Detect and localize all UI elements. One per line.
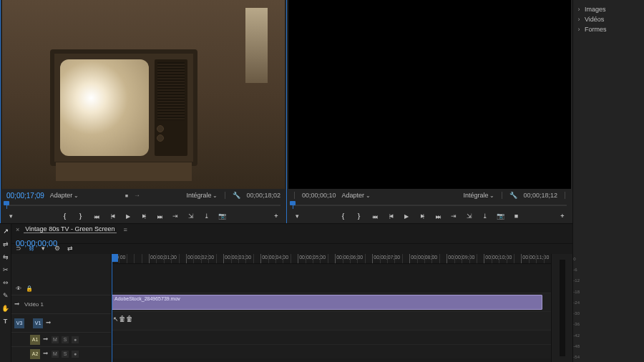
program-fit-dropdown[interactable]: Adapter	[342, 192, 371, 199]
step-fwd-icon[interactable]	[418, 212, 426, 220]
step-fwd-icon[interactable]	[140, 212, 148, 220]
extract-icon[interactable]	[465, 212, 474, 220]
wrench-icon[interactable]	[233, 192, 240, 199]
target-a1[interactable]: A1	[30, 335, 40, 345]
type-tool-icon[interactable]	[1, 317, 10, 326]
solo-a1[interactable]: S	[62, 336, 69, 343]
track-label-v1: Vidéo 1	[23, 301, 44, 308]
add-marker-icon[interactable]	[293, 212, 301, 220]
tab-menu-icon[interactable]: ≡	[124, 226, 127, 233]
target-a2[interactable]: A2	[30, 349, 40, 359]
insert-icon[interactable]	[171, 212, 180, 220]
program-tc-left: 00;00;00;10	[302, 192, 336, 199]
track-header-a1[interactable]: A1 ⮕ M S ●	[11, 332, 111, 346]
app-root: 00;00;17;09 Adapter → Intégrale 00;00;18…	[0, 0, 644, 362]
mark-in-icon[interactable]	[339, 212, 348, 220]
mute-a2[interactable]: M	[52, 351, 59, 358]
source-scale-dropdown[interactable]: Intégrale	[186, 192, 218, 199]
go-to-in-icon[interactable]	[371, 212, 379, 220]
toggle-lock-icon[interactable]	[26, 285, 33, 292]
clip-v1[interactable]: AdobeStock_284965739.mov	[112, 295, 542, 310]
timeline-header: × Vintage 80s TV - Green Screen ≡ 00;00;…	[11, 224, 572, 244]
linked-selection-icon[interactable]	[29, 245, 36, 252]
go-to-in-icon[interactable]	[92, 212, 101, 220]
track-row-v-source[interactable]: ↖🗑🗑	[112, 311, 551, 330]
button-editor-add-icon[interactable]	[558, 212, 567, 220]
track-row-a2[interactable]	[112, 344, 551, 358]
track-header-a2[interactable]: A2 ⮕ M S ●	[11, 346, 111, 361]
ripple-edit-tool-icon[interactable]	[1, 253, 10, 261]
timeline-main: × Vintage 80s TV - Green Screen ≡ 00;00;…	[11, 224, 572, 362]
source-scrubber[interactable]	[6, 202, 280, 209]
go-to-out-icon[interactable]	[155, 212, 164, 220]
pen-tool-icon[interactable]	[1, 291, 10, 300]
toggle-eye-icon[interactable]	[16, 285, 21, 292]
mark-out-icon[interactable]	[355, 212, 364, 220]
voice-a2[interactable]: ●	[72, 351, 79, 358]
snap-icon[interactable]	[16, 245, 23, 252]
add-marker-icon[interactable]	[42, 245, 49, 252]
sequence-tab[interactable]: Vintage 80s TV - Green Screen	[24, 225, 116, 233]
timeline-settings-icon[interactable]	[54, 245, 62, 252]
mute-a1[interactable]: M	[52, 336, 59, 343]
export-frame-icon[interactable]	[203, 212, 211, 220]
export-frame-icon[interactable]	[481, 212, 489, 220]
track-area[interactable]: 00;0000;00;01;0000;00;02;0000;00;03;0000…	[112, 254, 551, 362]
timeline-body: ⮕ Vidéo 1 V3 V1 ⮕ A1 ⮕	[11, 254, 572, 362]
right-panel: Images Vidéos Formes	[572, 0, 644, 362]
add-marker-icon[interactable]	[6, 212, 15, 220]
slip-tool-icon[interactable]	[1, 278, 10, 287]
source-view[interactable]	[2, 0, 285, 189]
program-info-bar: 00;00;00;10 Adapter Intégrale 00;00;18;1…	[287, 189, 572, 202]
source-info-bar: 00;00;17;09 Adapter → Intégrale 00;00;18…	[1, 189, 286, 202]
go-to-out-icon[interactable]	[434, 212, 442, 220]
hand-tool-icon[interactable]	[1, 304, 10, 313]
track-select-tool-icon[interactable]	[1, 240, 10, 248]
step-back-icon[interactable]	[108, 212, 117, 220]
track-headers: ⮕ Vidéo 1 V3 V1 ⮕ A1 ⮕	[11, 254, 112, 362]
program-scale-dropdown[interactable]: Intégrale	[463, 192, 494, 199]
timeline-wrench-icon[interactable]	[67, 245, 74, 252]
selection-tool-icon[interactable]	[1, 227, 10, 235]
playhead-handle-icon[interactable]	[112, 254, 118, 262]
source-safe-margins-icon[interactable]	[125, 192, 128, 199]
play-icon[interactable]	[402, 212, 411, 220]
track-header-v1[interactable]: ⮕ Vidéo 1	[11, 295, 111, 313]
snapshot-icon[interactable]	[218, 212, 227, 220]
audio-meter: 0-6-12-18-24-30-36-42-48-54	[551, 254, 572, 362]
main-column: 00;00;17;09 Adapter → Intégrale 00;00;18…	[0, 0, 572, 362]
snapshot-icon[interactable]	[497, 212, 505, 220]
razor-tool-icon[interactable]	[1, 265, 10, 274]
program-scrubber[interactable]	[293, 202, 567, 209]
source-fit-dropdown[interactable]: Adapter	[50, 192, 79, 199]
program-monitor: 00;00;00;10 Adapter Intégrale 00;00;18;1…	[287, 0, 572, 223]
mark-in-icon[interactable]	[61, 212, 69, 220]
step-back-icon[interactable]	[386, 212, 395, 220]
track-row-v1[interactable]: AdobeStock_284965739.mov	[112, 293, 551, 311]
overwrite-icon[interactable]	[187, 212, 195, 220]
right-group-shapes[interactable]: Formes	[576, 24, 641, 34]
lift-icon[interactable]	[449, 212, 458, 220]
meter-bar	[560, 260, 565, 356]
track-row-a1[interactable]	[112, 330, 551, 344]
right-group-videos[interactable]: Vidéos	[576, 14, 641, 24]
voice-a1[interactable]: ●	[72, 336, 79, 343]
comparison-view-icon[interactable]	[512, 212, 521, 220]
wrench-icon[interactable]	[509, 192, 517, 199]
monitor-row: 00;00;17;09 Adapter → Intégrale 00;00;18…	[0, 0, 572, 223]
program-transport	[287, 209, 572, 223]
program-tc-right: 00;00;18;12	[523, 192, 557, 199]
tools-column	[0, 224, 11, 362]
play-icon[interactable]	[124, 212, 132, 220]
time-ruler[interactable]: 00;0000;00;01;0000;00;02;0000;00;03;0000…	[112, 254, 551, 264]
timeline-snap-row	[11, 244, 572, 254]
mark-out-icon[interactable]	[77, 212, 85, 220]
program-view[interactable]	[288, 0, 571, 189]
right-group-images[interactable]: Images	[576, 4, 641, 14]
playhead-line[interactable]	[112, 254, 112, 362]
target-v1[interactable]: V1	[33, 318, 43, 328]
source-tc-left: 00;00;17;09	[6, 192, 44, 200]
button-editor-add-icon[interactable]	[272, 212, 280, 220]
source-patch-v3[interactable]: V3	[14, 318, 24, 328]
solo-a2[interactable]: S	[62, 351, 69, 358]
